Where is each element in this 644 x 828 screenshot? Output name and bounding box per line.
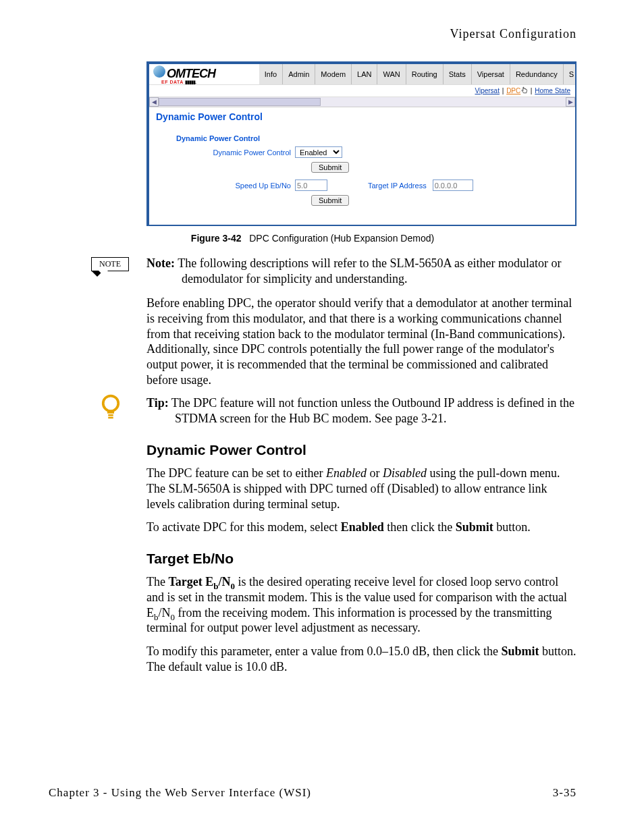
nav-truncated[interactable]: S bbox=[563, 64, 575, 84]
note-icon: NOTE bbox=[91, 257, 129, 277]
nav-redundancy[interactable]: Redundancy bbox=[510, 64, 563, 84]
subnav-vipersat[interactable]: Vipersat bbox=[475, 87, 500, 94]
lightbulb-icon bbox=[101, 394, 121, 425]
dpc-enable-label: Dynamic Power Control bbox=[176, 148, 295, 157]
speed-submit-button[interactable]: Submit bbox=[311, 195, 349, 206]
target-paragraph-2: To modify this parameter, enter a value … bbox=[146, 644, 576, 674]
app-navbar: OMTECH EF DATA ▮▮▮▮▮. Info Admin Modem L… bbox=[149, 64, 575, 84]
tip-text: The DPC feature will not function unless… bbox=[169, 396, 574, 425]
brand-name: OMTECH bbox=[167, 67, 215, 81]
note-lead: Note: bbox=[146, 256, 175, 270]
speed-up-input[interactable] bbox=[295, 180, 327, 191]
panel-heading: Dynamic Power Control bbox=[176, 134, 559, 142]
brand-subtitle: EF DATA ▮▮▮▮▮. bbox=[161, 80, 219, 85]
scroll-thumb[interactable] bbox=[159, 98, 321, 106]
target-ip-label: Target IP Address bbox=[368, 182, 431, 190]
footer-left: Chapter 3 - Using the Web Server Interfa… bbox=[49, 786, 311, 800]
screenshot-figure: OMTECH EF DATA ▮▮▮▮▮. Info Admin Modem L… bbox=[146, 61, 576, 226]
heading-dpc: Dynamic Power Control bbox=[146, 441, 576, 459]
nav-info[interactable]: Info bbox=[259, 64, 282, 84]
dpc-submit-button[interactable]: Submit bbox=[311, 162, 349, 173]
tip-block: Tip: The DPC feature will not function u… bbox=[146, 395, 576, 426]
note-text: The following descriptions will refer to… bbox=[175, 256, 562, 285]
running-header: Vipersat Configuration bbox=[49, 27, 576, 41]
note-block: NOTE Note: The following descriptions wi… bbox=[146, 256, 576, 286]
nav-wan[interactable]: WAN bbox=[377, 64, 405, 84]
svg-rect-3 bbox=[108, 417, 113, 419]
horizontal-scrollbar[interactable]: ◀ ▶ bbox=[149, 97, 575, 107]
nav-admin[interactable]: Admin bbox=[282, 64, 315, 84]
figure-caption: Figure 3-42 DPC Configuration (Hub Expan… bbox=[49, 233, 576, 244]
nav-vipersat[interactable]: Vipersat bbox=[471, 64, 510, 84]
dpc-enable-select[interactable]: Enabled bbox=[295, 146, 342, 158]
svg-rect-1 bbox=[107, 411, 114, 414]
nav-stats[interactable]: Stats bbox=[443, 64, 471, 84]
tip-lead: Tip: bbox=[146, 396, 169, 410]
scroll-left-icon[interactable]: ◀ bbox=[149, 97, 159, 107]
brand-logo: OMTECH EF DATA ▮▮▮▮▮. bbox=[149, 64, 219, 85]
subnav-home-state[interactable]: Home State bbox=[535, 87, 570, 94]
target-paragraph-1: The Target Eb/N0 is the desired operatin… bbox=[146, 574, 576, 636]
page-title: Dynamic Power Control bbox=[149, 107, 575, 129]
scroll-right-icon[interactable]: ▶ bbox=[566, 97, 575, 107]
target-ip-input[interactable] bbox=[433, 180, 473, 191]
globe-icon bbox=[153, 65, 165, 78]
dpc-paragraph-1: The DPC feature can be set to either Ena… bbox=[146, 466, 576, 512]
hand-cursor-icon bbox=[520, 86, 529, 95]
speed-up-label: Speed Up Eb/No bbox=[176, 182, 295, 190]
svg-point-0 bbox=[103, 396, 119, 412]
dpc-panel: Dynamic Power Control Dynamic Power Cont… bbox=[171, 129, 564, 218]
footer-right: 3-35 bbox=[553, 786, 576, 800]
nav-lan[interactable]: LAN bbox=[351, 64, 377, 84]
heading-target-ebno: Target Eb/No bbox=[146, 550, 576, 568]
page-footer: Chapter 3 - Using the Web Server Interfa… bbox=[49, 786, 576, 800]
subnav-dpc[interactable]: DPC bbox=[506, 87, 520, 94]
subnav: Vipersat | DPC | Home State bbox=[149, 84, 575, 97]
nav-modem[interactable]: Modem bbox=[315, 64, 351, 84]
before-enable-paragraph: Before enabling DPC, the operator should… bbox=[146, 296, 576, 387]
nav-routing[interactable]: Routing bbox=[406, 64, 443, 84]
dpc-paragraph-2: To activate DPC for this modem, select E… bbox=[146, 520, 576, 535]
svg-rect-2 bbox=[108, 414, 113, 416]
